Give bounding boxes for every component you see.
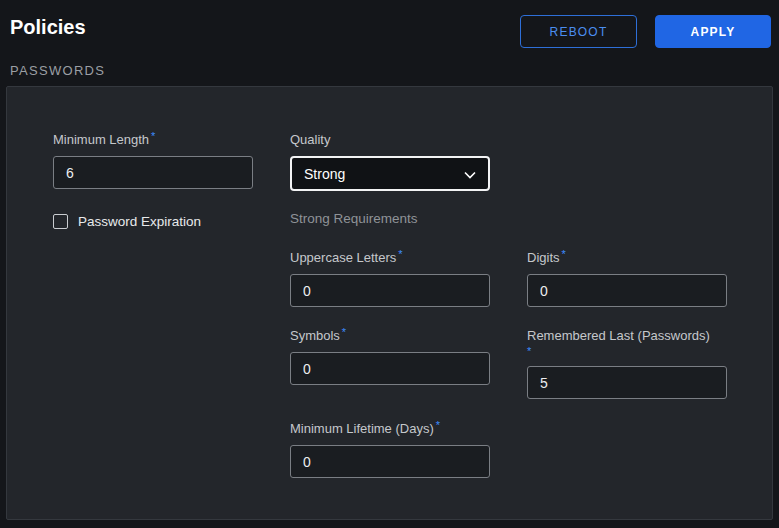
minimum-lifetime-input[interactable]: [290, 445, 490, 478]
required-marker: *: [527, 344, 727, 358]
apply-button[interactable]: APPLY: [655, 15, 771, 48]
page-title: Policies: [10, 16, 86, 39]
minimum-lifetime-label: Minimum Lifetime (Days)*: [290, 421, 490, 437]
uppercase-letters-label: Uppercase Letters*: [290, 250, 490, 266]
minimum-length-label: Minimum Length*: [53, 132, 253, 148]
symbols-field: Symbols*: [290, 328, 490, 385]
digits-label: Digits*: [527, 250, 727, 266]
reboot-button[interactable]: REBOOT: [520, 15, 637, 48]
uppercase-letters-input[interactable]: [290, 274, 490, 307]
symbols-label: Symbols*: [290, 328, 490, 344]
required-marker: *: [562, 248, 566, 260]
strong-requirements-label: Strong Requirements: [290, 211, 418, 226]
quality-select[interactable]: Strong: [290, 156, 490, 191]
password-expiration-label: Password Expiration: [78, 214, 201, 229]
minimum-length-field: Minimum Length*: [53, 132, 253, 189]
digits-input[interactable]: [527, 274, 727, 307]
quality-label: Quality: [290, 132, 490, 148]
quality-select-value: Strong: [304, 166, 345, 182]
remembered-last-input[interactable]: [527, 366, 727, 399]
required-marker: *: [398, 248, 402, 260]
passwords-panel: Minimum Length* Quality Strong Password …: [6, 86, 773, 520]
minimum-length-input[interactable]: [53, 156, 253, 189]
digits-field: Digits*: [527, 250, 727, 307]
required-marker: *: [436, 419, 440, 431]
remembered-last-label: Remembered Last (Passwords)*: [527, 328, 727, 358]
symbols-input[interactable]: [290, 352, 490, 385]
policies-page: Policies REBOOT APPLY PASSWORDS Minimum …: [0, 0, 779, 528]
password-expiration-checkbox-row[interactable]: Password Expiration: [53, 214, 201, 229]
quality-field: Quality Strong: [290, 132, 490, 191]
password-expiration-checkbox[interactable]: [53, 214, 68, 229]
required-marker: *: [151, 130, 155, 142]
remembered-last-field: Remembered Last (Passwords)*: [527, 328, 727, 399]
minimum-lifetime-field: Minimum Lifetime (Days)*: [290, 421, 490, 478]
uppercase-letters-field: Uppercase Letters*: [290, 250, 490, 307]
required-marker: *: [342, 326, 346, 338]
chevron-down-icon: [464, 166, 476, 182]
passwords-section-label: PASSWORDS: [10, 63, 105, 78]
